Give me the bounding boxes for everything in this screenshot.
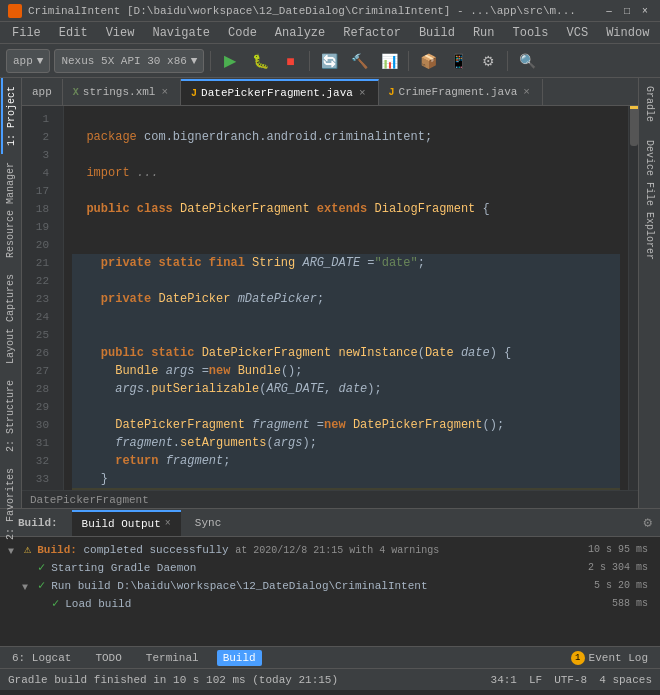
tab-close-crime[interactable]: × [521,86,532,98]
line-num-1: 1 [22,110,55,128]
bottom-tab-sync[interactable]: Sync [185,510,231,536]
menu-analyze[interactable]: Analyze [267,24,333,42]
bottom-tab-build-output[interactable]: Build Output × [72,510,181,536]
line-num-27: 27 [22,362,55,380]
stop-button[interactable]: ■ [277,48,303,74]
sidebar-item-resource-manager[interactable]: Resource Manager [2,154,19,266]
menu-build[interactable]: Build [411,24,463,42]
separator4 [507,51,508,71]
sidebar-item-layout-captures[interactable]: Layout Captures [2,266,19,372]
check-icon-2: ✓ [38,559,45,577]
menu-navigate[interactable]: Navigate [144,24,218,42]
event-log-button[interactable]: 1 Event Log [565,649,654,667]
sidebar-item-device-file-explorer[interactable]: Device File Explorer [641,132,658,268]
tab-datepickerfragment[interactable]: J DatePickerFragment.java × [181,79,378,105]
sidebar-item-structure[interactable]: 2: Structure [2,372,19,460]
tab-close-datepicker[interactable]: × [357,87,368,99]
tab-app[interactable]: app [22,79,63,105]
menu-refactor[interactable]: Refactor [335,24,409,42]
tab-datepickerfragment-label: DatePickerFragment.java [201,87,353,99]
build-button-bottom[interactable]: Build [217,650,262,666]
line-num-34: 34 [22,488,55,490]
code-line-22 [72,272,620,290]
separator3 [408,51,409,71]
build-row-1: ▼ ⚠ Build: completed successfully at 202… [8,541,652,559]
sidebar-item-project[interactable]: 1: Project [1,78,20,154]
search-everywhere-button[interactable]: 🔍 [514,48,540,74]
device-label: Nexus 5X API 30 x86 [61,55,186,67]
charset[interactable]: UTF-8 [554,674,587,686]
menu-code[interactable]: Code [220,24,265,42]
menu-tools[interactable]: Tools [505,24,557,42]
tab-crimefragment[interactable]: J CrimeFragment.java × [379,79,543,105]
vertical-scrollbar[interactable] [628,106,638,490]
code-line-31: fragment.setArguments(args); [72,434,620,452]
run-button[interactable]: ▶ [217,48,243,74]
menu-window[interactable]: Window [598,24,657,42]
line-num-21: 21 [22,254,55,272]
menu-file[interactable]: File [4,24,49,42]
sync-button[interactable]: 🔄 [316,48,342,74]
sdk-manager-button[interactable]: 📦 [415,48,441,74]
line-num-20: 20 [22,236,55,254]
sidebar-item-gradle[interactable]: Gradle [641,78,658,130]
line-ending[interactable]: LF [529,674,542,686]
app-config-dropdown[interactable]: app ▼ [6,49,50,73]
code-line-4: import ... [72,164,620,182]
window-title: CriminalIntent [D:\baidu\workspace\12_Da… [28,5,576,17]
cursor-position[interactable]: 34:1 [491,674,517,686]
tab-strings-xml[interactable]: X strings.xml × [63,79,181,105]
settings-gear-icon[interactable]: ⚙ [644,514,652,531]
code-line-29 [72,398,620,416]
window-controls: – □ × [602,4,652,18]
code-line-28: args.putSerializable(ARG_DATE, date); [72,380,620,398]
todo-button[interactable]: TODO [89,650,127,666]
avd-manager-button[interactable]: 📱 [445,48,471,74]
separator2 [309,51,310,71]
status-bar: Gradle build finished in 10 s 102 ms (to… [0,668,660,690]
app-config-label: app [13,55,33,67]
check-icon-3: ✓ [38,577,45,595]
indent[interactable]: 4 spaces [599,674,652,686]
java-icon: J [191,88,197,99]
code-line-34 [72,488,620,490]
code-content[interactable]: package com.bignerdranch.android.crimina… [64,106,628,490]
bottom-tab-bar: Build: Build Output × Sync ⚙ [0,509,660,537]
analyze-button[interactable]: 📊 [376,48,402,74]
menu-view[interactable]: View [98,24,143,42]
menu-run[interactable]: Run [465,24,503,42]
line-num-23: 23 [22,290,55,308]
chevron-down-icon: ▼ [191,55,198,67]
code-line-2: package com.bignerdranch.android.crimina… [72,128,620,146]
code-line-20 [72,236,620,254]
logcat-button[interactable]: 6: Logcat [6,650,77,666]
run-build-text: Run build D:\baidu\workspace\12_DateDial… [51,577,427,595]
close-build-output-icon[interactable]: × [165,518,171,529]
sidebar-item-favorites[interactable]: 2: Favorites [2,460,19,548]
terminal-button[interactable]: Terminal [140,650,205,666]
maximize-button[interactable]: □ [620,4,634,18]
scrollbar-thumb[interactable] [630,106,638,146]
device-dropdown[interactable]: Nexus 5X API 30 x86 ▼ [54,49,204,73]
menu-edit[interactable]: Edit [51,24,96,42]
minimize-button[interactable]: – [602,4,616,18]
app-icon [8,4,22,18]
build-time-1: 10 s 95 ms [588,541,652,559]
build-button[interactable]: 🔨 [346,48,372,74]
settings-button[interactable]: ⚙ [475,48,501,74]
build-output-label: Build Output [82,518,161,530]
breadcrumb[interactable]: DatePickerFragment [30,494,149,506]
tab-close-strings-xml[interactable]: × [159,86,170,98]
menu-vcs[interactable]: VCS [559,24,597,42]
line-num-29: 29 [22,398,55,416]
expand-icon-3[interactable]: ▼ [22,579,32,597]
line-num-2: 2 [22,128,55,146]
warn-icon-1: ⚠ [24,541,31,559]
code-line-25 [72,326,620,344]
main-layout: 1: Project Resource Manager Layout Captu… [0,78,660,508]
line-num-17: 17 [22,182,55,200]
close-button[interactable]: × [638,4,652,18]
right-sidebar: Gradle Device File Explorer [638,78,660,508]
debug-button[interactable]: 🐛 [247,48,273,74]
logcat-label: 6: Logcat [12,652,71,664]
